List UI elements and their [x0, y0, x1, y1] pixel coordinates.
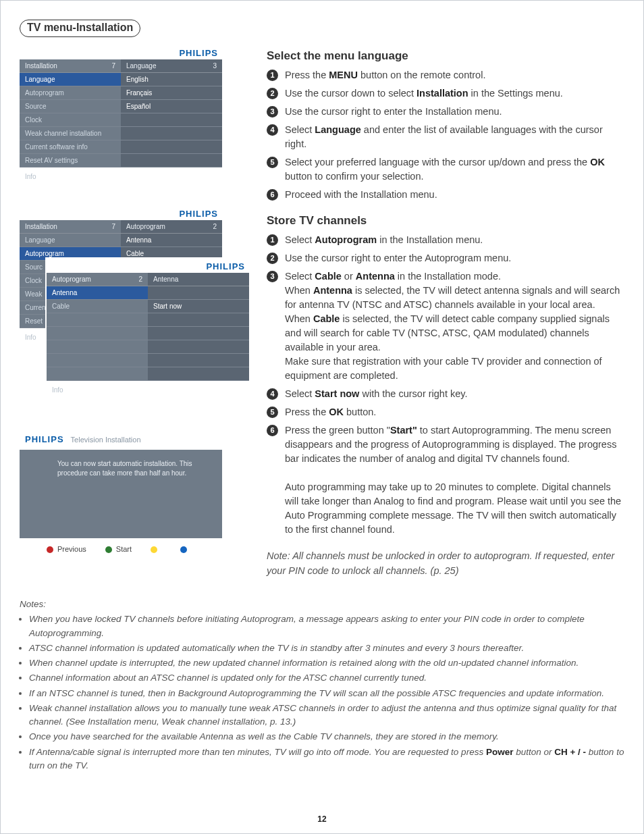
wizard-title: Television Installation — [71, 436, 141, 444]
step-number-icon: 2 — [267, 253, 278, 264]
panel-header: Autoprogram — [52, 276, 91, 283]
brand-logo: PHILIPS — [25, 434, 64, 444]
legend-previous: Previous — [47, 545, 86, 553]
info-bar: Info — [20, 167, 222, 190]
step-text: Use the cursor down to select Installati… — [285, 86, 563, 101]
menu-item — [47, 313, 148, 327]
menu-item: Antenna — [121, 234, 222, 247]
menu-item — [148, 367, 249, 381]
legend-blue — [180, 545, 191, 553]
footnotes-heading: Notes: — [20, 598, 624, 611]
menu-item — [121, 154, 222, 167]
mock-wizard-start: PHILIPS Television Installation You can … — [20, 429, 222, 564]
step-number-icon: 3 — [267, 271, 278, 282]
step-text: Select Autoprogram in the Installation m… — [285, 233, 483, 247]
menu-item: Clock — [20, 113, 121, 127]
menu-item — [148, 354, 249, 367]
panel-count: 7 — [111, 62, 115, 70]
footnote-item: When you have locked TV channels before … — [29, 613, 624, 640]
yellow-dot-icon — [151, 546, 157, 553]
section-heading-store: Store TV channels — [267, 214, 624, 228]
legend-yellow — [151, 545, 161, 553]
step-text: Use the cursor right to enter the Autopr… — [285, 251, 511, 265]
menu-item: Source — [20, 100, 121, 113]
footnote-item: Once you have searched for the available… — [29, 730, 624, 744]
brand-logo: PHILIPS — [20, 45, 222, 59]
green-dot-icon — [105, 546, 112, 553]
menu-item: Français — [121, 86, 222, 100]
menu-item — [121, 127, 222, 140]
blue-dot-icon — [180, 546, 187, 553]
instructions-column: Select the menu language 1Press the MENU… — [267, 45, 624, 580]
brand-logo: PHILIPS — [20, 206, 222, 220]
panel-count: 3 — [213, 62, 217, 70]
menu-item — [47, 367, 148, 381]
steps-language: 1Press the MENU button on the remote con… — [267, 68, 624, 202]
menu-item: Antenna — [47, 286, 148, 300]
menu-item — [148, 313, 249, 327]
menu-item: Weak channel installation — [20, 127, 121, 140]
menu-item: Start now — [148, 300, 249, 313]
panel-count: 2 — [213, 223, 217, 230]
menu-item — [148, 286, 249, 300]
step-text: Select your preferred language with the … — [285, 155, 624, 184]
step-number-icon: 6 — [267, 425, 278, 436]
footnote-item: If Antenna/cable signal is interrupted m… — [29, 746, 624, 773]
step-text: Use the cursor right to enter the Instal… — [285, 105, 502, 119]
page-title-badge: TV menu-Installation — [20, 20, 140, 37]
step-number-icon: 4 — [267, 388, 278, 400]
panel-header: Installation — [25, 62, 57, 70]
step-text: Select Cable or Antenna in the Installat… — [285, 269, 624, 383]
menu-item: Language — [20, 73, 121, 86]
footnotes: Notes: When you have locked TV channels … — [20, 598, 624, 773]
legend-start: Start — [105, 545, 132, 553]
menu-item — [148, 327, 249, 340]
footnote-item: Channel information about an ATSC channe… — [29, 671, 624, 685]
autoprogram-note: Note: All channels must be unlocked in o… — [267, 549, 624, 579]
panel-count: 2 — [138, 276, 142, 283]
panel-header: Installation — [25, 223, 57, 230]
section-heading-language: Select the menu language — [267, 49, 624, 63]
step-number-icon: 3 — [267, 106, 278, 118]
menu-item: English — [121, 73, 222, 86]
step-number-icon: 6 — [267, 189, 278, 201]
menu-item: Autoprogram — [20, 86, 121, 100]
steps-store: 1Select Autoprogram in the Installation … — [267, 233, 624, 537]
step-number-icon: 1 — [267, 70, 278, 81]
step-text: Press the OK button. — [285, 405, 376, 419]
step-number-icon: 1 — [267, 234, 278, 246]
step-text: Proceed with the Installation menu. — [285, 188, 437, 202]
wizard-body: You can now start automatic installation… — [20, 450, 222, 538]
menu-item — [47, 354, 148, 367]
menu-item — [121, 113, 222, 127]
panel-header: Antenna — [153, 276, 178, 283]
brand-logo: PHILIPS — [47, 259, 249, 273]
menu-item: Español — [121, 100, 222, 113]
page-number: 12 — [1, 814, 643, 824]
menu-item: Language — [20, 234, 121, 247]
menu-item: Reset AV settings — [20, 154, 121, 167]
menu-item — [47, 340, 148, 354]
menu-item: Current software info — [20, 140, 121, 154]
footnote-item: Weak channel installation allows you to … — [29, 702, 624, 729]
panel-header: Language — [126, 62, 157, 70]
footnote-item: If an NTSC channel is tuned, then in Bac… — [29, 687, 624, 700]
step-number-icon: 2 — [267, 88, 278, 99]
step-text: Press the green button "Start" to start … — [285, 423, 624, 537]
mock-install-language: PHILIPS Installation7 Language Autoprogr… — [20, 45, 222, 190]
footnote-item: When channel update is interrupted, the … — [29, 656, 624, 670]
panel-header: Autoprogram — [126, 223, 165, 230]
step-text: Press the MENU button on the remote cont… — [285, 68, 485, 82]
menu-item: Cable — [47, 300, 148, 313]
menu-item — [148, 340, 249, 354]
step-number-icon: 5 — [267, 407, 278, 418]
menu-item — [47, 327, 148, 340]
info-bar: Info — [47, 381, 249, 403]
mock-autoprogram-antenna: PHILIPS Autoprogram2 Antenna Cable — [47, 259, 249, 403]
panel-count: 7 — [111, 223, 115, 230]
step-text: Select Start now with the cursor right k… — [285, 387, 468, 401]
menu-item — [121, 140, 222, 154]
step-number-icon: 5 — [267, 157, 278, 168]
screenshots-column: PHILIPS Installation7 Language Autoprogr… — [20, 45, 249, 580]
red-dot-icon — [47, 546, 53, 553]
